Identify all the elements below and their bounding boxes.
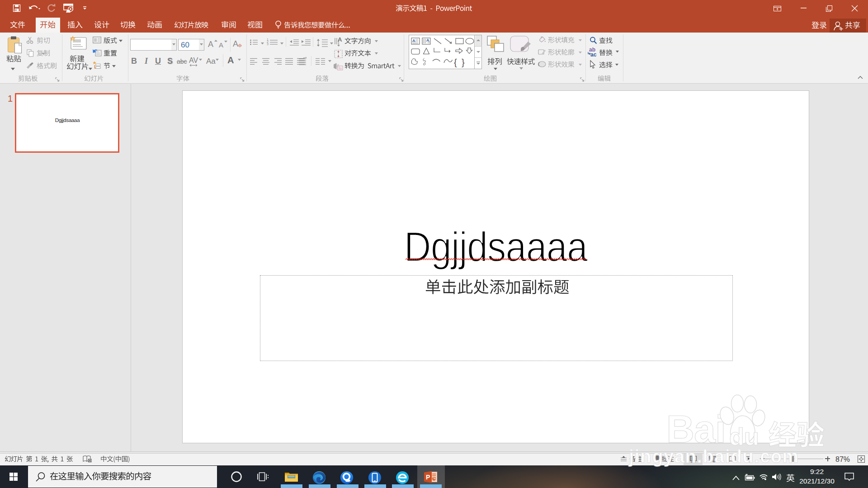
svg-text:P: P <box>426 474 430 481</box>
svg-text:A: A <box>426 38 429 42</box>
svg-text:A: A <box>412 38 415 43</box>
svg-text:}: } <box>462 57 465 67</box>
svg-text:{: { <box>454 57 457 67</box>
